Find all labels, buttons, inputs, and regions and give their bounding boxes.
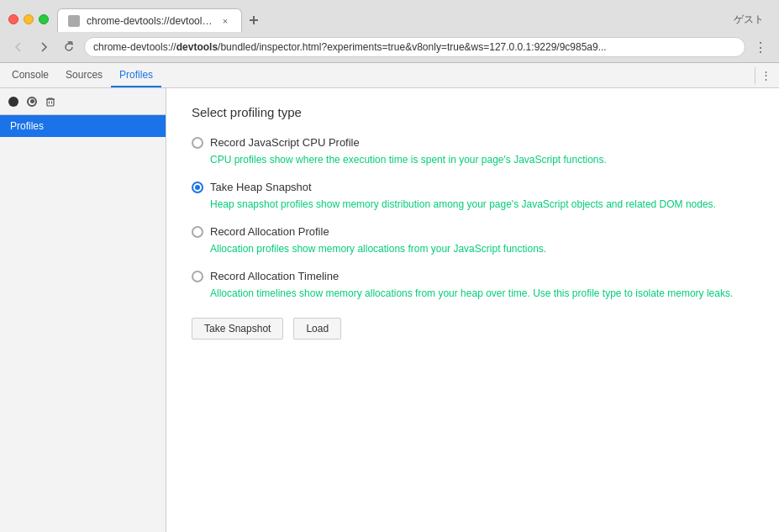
address-input[interactable]: chrome-devtools://devtools/bundled/inspe… [84, 37, 745, 57]
button-row: Take Snapshot Load [192, 318, 754, 340]
title-bar: chrome-devtools://devtools/b... × ゲスト [0, 0, 779, 32]
option-allocation-desc: Allocation profiles show memory allocati… [210, 241, 754, 256]
radio-allocation[interactable] [192, 226, 203, 238]
tab-bar: chrome-devtools://devtools/b... × [57, 7, 734, 32]
option-heap: Take Heap Snapshot Heap snapshot profile… [192, 181, 754, 212]
radio-cpu[interactable] [192, 137, 203, 149]
address-url: chrome-devtools://devtools/bundled/inspe… [93, 41, 607, 53]
tab-close-button[interactable]: × [219, 15, 231, 27]
tab-favicon [68, 15, 80, 27]
option-cpu-row: Record JavaScript CPU Profile [192, 136, 754, 149]
tab-title: chrome-devtools://devtools/b... [87, 15, 213, 27]
address-suffix: /bundled/inspector.html?experiments=true… [218, 41, 607, 53]
browser-menu-button[interactable]: ⋮ [750, 37, 771, 57]
stop-button[interactable] [25, 95, 39, 108]
tab-sources[interactable]: Sources [57, 63, 111, 87]
sidebar-toolbar [0, 88, 166, 115]
forward-button[interactable] [34, 37, 54, 57]
option-cpu-desc: CPU profiles show where the execution ti… [210, 152, 754, 167]
option-heap-row: Take Heap Snapshot [192, 181, 754, 193]
option-cpu-label[interactable]: Record JavaScript CPU Profile [210, 136, 360, 149]
radio-timeline[interactable] [192, 271, 203, 282]
section-title: Select profiling type [192, 105, 754, 119]
option-timeline-row: Record Allocation Timeline [192, 270, 754, 282]
take-snapshot-button[interactable]: Take Snapshot [192, 318, 283, 340]
clear-button[interactable] [44, 95, 57, 108]
devtools-menu-button[interactable]: ⋮ [755, 66, 776, 86]
record-button[interactable] [7, 95, 20, 108]
devtools-tab-bar: Console Sources Profiles ⋮ [0, 63, 779, 88]
close-button[interactable] [8, 14, 18, 24]
load-button[interactable]: Load [293, 318, 341, 340]
maximize-button[interactable] [39, 14, 49, 24]
radio-heap[interactable] [192, 182, 203, 193]
option-allocation-row: Record Allocation Profile [192, 225, 754, 238]
address-domain: devtools [176, 41, 218, 53]
devtools-body: Profiles Select profiling type Record Ja… [0, 88, 779, 532]
address-bar: chrome-devtools://devtools/bundled/inspe… [0, 32, 779, 62]
guest-label: ゲスト [734, 13, 771, 27]
back-button[interactable] [8, 37, 29, 57]
browser-tab[interactable]: chrome-devtools://devtools/b... × [57, 8, 242, 32]
minimize-button[interactable] [24, 14, 34, 24]
option-allocation-label[interactable]: Record Allocation Profile [210, 225, 329, 238]
option-allocation: Record Allocation Profile Allocation pro… [192, 225, 754, 256]
tab-profiles[interactable]: Profiles [111, 63, 161, 87]
main-content: Select profiling type Record JavaScript … [166, 88, 779, 532]
option-heap-label[interactable]: Take Heap Snapshot [210, 181, 312, 193]
option-timeline-label[interactable]: Record Allocation Timeline [210, 270, 339, 282]
option-heap-desc: Heap snapshot profiles show memory distr… [210, 197, 754, 212]
option-cpu: Record JavaScript CPU Profile CPU profil… [192, 136, 754, 167]
sidebar: Profiles [0, 88, 166, 532]
new-tab-button[interactable] [242, 8, 266, 32]
browser-chrome: chrome-devtools://devtools/b... × ゲスト ch… [0, 0, 779, 63]
option-timeline: Record Allocation Timeline Allocation ti… [192, 270, 754, 301]
sidebar-item-profiles[interactable]: Profiles [0, 115, 166, 137]
option-timeline-desc: Allocation timelines show memory allocat… [210, 286, 754, 301]
traffic-lights [8, 14, 49, 24]
address-prefix: chrome-devtools:// [93, 41, 176, 53]
svg-rect-2 [47, 99, 54, 106]
reload-button[interactable] [59, 37, 79, 57]
tab-console[interactable]: Console [3, 63, 57, 87]
svg-rect-1 [250, 19, 258, 21]
